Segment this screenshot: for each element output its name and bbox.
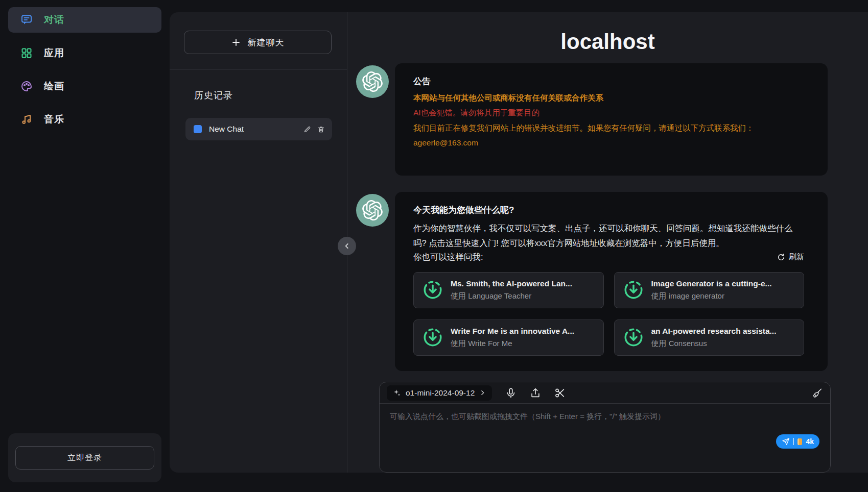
contact-email-link[interactable]: ageerle@163.com [413, 137, 478, 149]
content-shell: 新建聊天 历史记录 New Chat [170, 12, 868, 473]
announcement-bubble: 公告 本网站与任何其他公司或商标没有任何关联或合作关系 AI也会犯错。请勿将其用… [395, 63, 828, 176]
message-welcome: 今天我能为您做些什么呢? 作为你的智慧伙伴，我不仅可以写文案、出点子，还可以和你… [356, 192, 828, 371]
divider [170, 69, 347, 70]
chat-color-chip [194, 125, 202, 133]
login-card: 立即登录 [8, 433, 161, 482]
chat-main: localhost 公告 本网站与任何其他公司或商标没有任何关联或合作关系 AI… [347, 12, 868, 473]
suggestion-subtitle: 使用 image generator [651, 291, 772, 301]
suggestion-title: Write For Me is an innovative A... [451, 327, 574, 336]
microphone-icon[interactable] [505, 387, 517, 399]
refresh-icon [777, 253, 785, 261]
history-title: 历史记录 [194, 89, 347, 102]
collapse-sidebar-button[interactable] [338, 237, 356, 255]
token-quota: 4k [806, 437, 814, 446]
announcement-warning: AI也会犯错。请勿将其用于重要目的 [413, 107, 804, 118]
suggestion-grid: Ms. Smith, the AI-powered Lan... 使用 Lang… [413, 272, 804, 356]
welcome-heading: 今天我能为您做些什么呢? [413, 204, 804, 216]
page-title: localhost [347, 30, 868, 54]
welcome-body: 作为你的智慧伙伴，我不仅可以写文案、出点子，还可以和你聊天、回答问题。想知道我还… [413, 221, 804, 251]
sparkle-icon [393, 389, 401, 397]
send-button[interactable]: 4k [776, 434, 819, 449]
openai-logo-icon [362, 200, 383, 220]
paper-plane-icon [782, 437, 790, 446]
chat-bubble-icon [20, 14, 33, 26]
download-circle-icon [623, 327, 644, 348]
chevron-right-icon [479, 389, 486, 396]
announcement-info: 我们目前正在修复我们网站上的错误并改进细节。如果您有任何疑问，请通过以下方式联系… [413, 122, 804, 134]
message-input[interactable] [380, 404, 830, 449]
sidebar-item-drawing[interactable]: 绘画 [8, 73, 161, 99]
sidebar-item-chat[interactable]: 对话 [8, 7, 161, 33]
sidebar: 对话 应用 绘画 [0, 0, 170, 492]
ask-prompt: 你也可以这样问我: [413, 252, 483, 263]
welcome-bubble: 今天我能为您做些什么呢? 作为你的智慧伙伴，我不仅可以写文案、出点子，还可以和你… [395, 192, 828, 371]
token-coin-icon [797, 438, 802, 445]
edit-chat-icon[interactable] [303, 126, 311, 133]
scissors-icon[interactable] [554, 387, 566, 399]
clear-context-broom-icon[interactable] [812, 387, 823, 399]
download-circle-icon [623, 279, 644, 301]
suggestion-card[interactable]: an AI-powered research assista... 使用 Con… [614, 319, 805, 356]
chat-title: New Chat [209, 125, 296, 134]
apps-grid-icon [20, 47, 33, 59]
suggestion-card[interactable]: Write For Me is an innovative A... 使用 Wr… [413, 319, 604, 356]
login-button[interactable]: 立即登录 [15, 446, 154, 470]
history-item[interactable]: New Chat [185, 118, 332, 140]
upload-icon[interactable] [530, 387, 541, 399]
assistant-avatar [356, 194, 389, 227]
sidebar-item-label: 绘画 [44, 80, 64, 93]
suggestion-subtitle: 使用 Write For Me [451, 339, 574, 349]
sidebar-item-label: 应用 [44, 46, 64, 60]
suggestion-title: Image Generator is a cutting-e... [651, 279, 772, 288]
openai-logo-icon [362, 71, 383, 92]
new-chat-button[interactable]: 新建聊天 [184, 31, 332, 54]
delete-chat-icon[interactable] [317, 126, 325, 133]
suggestion-card[interactable]: Ms. Smith, the AI-powered Lan... 使用 Lang… [413, 272, 604, 308]
message-announcement: 公告 本网站与任何其他公司或商标没有任何关联或合作关系 AI也会犯错。请勿将其用… [356, 63, 828, 176]
download-circle-icon [422, 327, 443, 348]
chevron-left-icon [343, 242, 350, 250]
palette-icon [20, 80, 33, 92]
refresh-suggestions-button[interactable]: 刷新 [777, 252, 804, 262]
new-chat-label: 新建聊天 [248, 37, 285, 48]
sidebar-item-music[interactable]: 音乐 [8, 107, 161, 132]
composer: o1-mini-2024-09-12 [379, 382, 831, 473]
model-selector[interactable]: o1-mini-2024-09-12 [387, 385, 492, 401]
suggestion-subtitle: 使用 Language Teacher [451, 291, 572, 301]
message-list: 公告 本网站与任何其他公司或商标没有任何关联或合作关系 AI也会犯错。请勿将其用… [347, 54, 868, 371]
sidebar-item-label: 对话 [44, 13, 64, 27]
composer-toolbar: o1-mini-2024-09-12 [380, 382, 830, 404]
sidebar-item-apps[interactable]: 应用 [8, 40, 161, 66]
music-note-icon [20, 113, 33, 126]
download-circle-icon [422, 279, 443, 301]
suggestion-subtitle: 使用 Consensus [651, 339, 777, 349]
plus-icon [231, 38, 241, 47]
sidebar-item-label: 音乐 [44, 113, 64, 126]
suggestion-title: an AI-powered research assista... [651, 327, 777, 336]
suggestion-card[interactable]: Image Generator is a cutting-e... 使用 ima… [614, 272, 805, 308]
model-name: o1-mini-2024-09-12 [406, 388, 475, 398]
send-divider [793, 438, 794, 445]
chat-list-panel: 新建聊天 历史记录 New Chat [170, 12, 347, 473]
announcement-disclaimer: 本网站与任何其他公司或商标没有任何关联或合作关系 [413, 92, 804, 104]
announcement-heading: 公告 [413, 76, 804, 87]
refresh-label: 刷新 [789, 252, 804, 262]
suggestion-title: Ms. Smith, the AI-powered Lan... [451, 279, 572, 288]
assistant-avatar [356, 65, 389, 98]
